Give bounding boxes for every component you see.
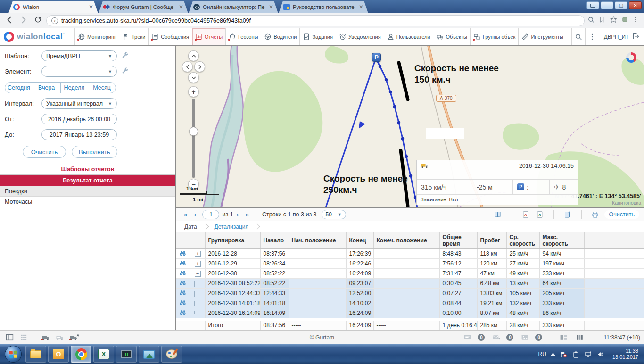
- close-button[interactable]: ✕: [629, 1, 642, 9]
- zoom-slider-track[interactable]: [192, 99, 195, 178]
- show-units-icon[interactable]: [40, 333, 51, 342]
- pan-down-button[interactable]: [188, 72, 199, 83]
- quick-button-month[interactable]: Месяц: [88, 82, 116, 93]
- report-row[interactable]: 2016-12-30 08:52:2208:52:2209:23:070:30:…: [176, 279, 644, 289]
- end-time-link[interactable]: 14:10:02: [346, 298, 373, 308]
- clear-button[interactable]: Очистить: [23, 146, 66, 158]
- max-speed-link[interactable]: 333 км/ч: [539, 269, 584, 279]
- report-clear-button[interactable]: Очистить: [604, 210, 639, 219]
- nav-item-reports[interactable]: Отчеты: [192, 28, 225, 45]
- start-time-link[interactable]: 12:44:33: [260, 289, 289, 298]
- nav-item-monitoring[interactable]: Мониторинг: [74, 28, 119, 45]
- expand-toggle[interactable]: +: [195, 261, 201, 267]
- report-row[interactable]: 2016-12-30 14:01:1814:01:1814:10:020:08:…: [176, 298, 644, 308]
- column-header[interactable]: Ср. скорость: [506, 232, 539, 249]
- site-info-icon[interactable]: i: [51, 17, 58, 24]
- print-report-icon[interactable]: [590, 210, 601, 219]
- layout-toggle-icon[interactable]: [4, 333, 15, 342]
- keyboard-language[interactable]: RU: [538, 351, 546, 357]
- execute-button[interactable]: Выполнить: [72, 146, 117, 158]
- interval-select[interactable]: Указанный интервал ▼: [41, 98, 117, 109]
- tab-close-icon[interactable]: ✕: [178, 4, 184, 10]
- column-header[interactable]: Общее время: [439, 232, 477, 249]
- star-bookmark-icon[interactable]: [610, 16, 618, 25]
- snip-tool-button[interactable]: [586, 1, 599, 9]
- unread-messages-icon[interactable]: [490, 333, 502, 342]
- network-icon[interactable]: [584, 351, 592, 358]
- tab-close-icon[interactable]: ✕: [88, 4, 94, 10]
- template-settings-icon[interactable]: [121, 51, 130, 61]
- report-templates-header[interactable]: Шаблоны отчетов: [0, 164, 175, 175]
- report-template-icon[interactable]: [493, 210, 503, 219]
- quick-button-today[interactable]: Сегодня: [5, 82, 33, 93]
- minimize-button[interactable]: —: [601, 1, 613, 9]
- media-icon[interactable]: [519, 333, 530, 342]
- taskbar-outlook[interactable]: O: [48, 346, 69, 363]
- from-date-input[interactable]: 2016 Декабрь 26 00:00: [41, 114, 117, 124]
- locate-on-map-icon[interactable]: [176, 289, 190, 298]
- report-row[interactable]: 2016-12-30 12:44:3312:44:3312:52:000:07:…: [176, 289, 644, 298]
- tab-close-icon[interactable]: ✕: [268, 4, 274, 10]
- column-header[interactable]: Конец: [346, 232, 373, 249]
- start-time-link[interactable]: 08:52:22: [260, 279, 289, 289]
- end-time-link[interactable]: 16:24:09: [346, 269, 373, 279]
- start-time-link[interactable]: 08:37:56: [260, 249, 289, 259]
- nav-item-unit-groups[interactable]: Группы объек: [470, 28, 519, 45]
- user-menu[interactable]: ДВРП_ИТ: [599, 28, 644, 45]
- volume-icon[interactable]: [596, 351, 604, 358]
- pan-right-button[interactable]: [194, 61, 205, 72]
- copy-report-icon[interactable]: [562, 210, 573, 219]
- max-speed-link[interactable]: 197 км/ч: [539, 259, 584, 269]
- start-time-link[interactable]: 14:01:18: [260, 298, 289, 308]
- page-number-input[interactable]: 1: [202, 210, 219, 219]
- nav-item-geofences[interactable]: Геозоны: [225, 28, 261, 45]
- browser-tab-gurtam-forum[interactable]: Форум Gurtam | Сообще✕: [99, 1, 188, 13]
- max-speed-link[interactable]: 333 км/ч: [539, 298, 584, 308]
- locate-on-map-icon[interactable]: [176, 298, 190, 308]
- nav-item-users[interactable]: Пользователи: [384, 28, 433, 45]
- next-page-button[interactable]: ›: [233, 211, 242, 218]
- end-time-link[interactable]: 12:52:00: [346, 289, 373, 298]
- driver-messages-icon[interactable]: [462, 333, 473, 342]
- zoom-slider-handle[interactable]: [189, 127, 198, 136]
- locate-on-map-icon[interactable]: [176, 308, 190, 318]
- column-header[interactable]: Конеч. положение: [373, 232, 439, 249]
- bookmark-flag-icon[interactable]: [599, 16, 606, 25]
- browser-tab-wialon[interactable]: Wialon✕: [8, 1, 98, 13]
- nav-item-tools[interactable]: Инструменты: [518, 28, 566, 45]
- nav-item-units[interactable]: Объекты: [433, 28, 470, 45]
- locate-on-map-icon[interactable]: [176, 269, 190, 279]
- report-tab-date[interactable]: Дата: [179, 221, 203, 232]
- result-item-engine-hours[interactable]: Моточасы: [0, 197, 175, 207]
- quick-button-week[interactable]: Неделя: [60, 82, 89, 93]
- pan-up-button[interactable]: [188, 50, 199, 61]
- nav-item-messages[interactable]: Сообщения: [148, 28, 192, 45]
- zoom-in-button[interactable]: +: [188, 86, 199, 97]
- locate-on-map-icon[interactable]: [176, 259, 190, 269]
- element-settings-icon[interactable]: [121, 67, 130, 76]
- report-row[interactable]: 2016-12-30 16:14:0916:14:0916:24:090:10:…: [176, 308, 644, 318]
- nav-item-tracks[interactable]: Треки: [119, 28, 148, 45]
- parking-marker[interactable]: P: [372, 53, 381, 62]
- browser-menu-icon[interactable]: [632, 16, 639, 25]
- max-speed-link[interactable]: 64 км/ч: [539, 279, 584, 289]
- nav-search-button[interactable]: [571, 28, 585, 45]
- report-row[interactable]: +2016-12-2808:37:5617:26:398:48:43118 км…: [176, 249, 644, 259]
- report-row[interactable]: +2016-12-2908:26:3416:22:467:56:12120 км…: [176, 259, 644, 269]
- tray-clipboard-icon[interactable]: [572, 351, 580, 358]
- logout-icon[interactable]: [632, 33, 639, 41]
- nav-item-drivers[interactable]: Водители: [261, 28, 299, 45]
- forward-button[interactable]: [18, 15, 29, 26]
- report-tab-detail[interactable]: Детализация: [209, 221, 254, 232]
- extension-icon[interactable]: [621, 16, 628, 25]
- pan-left-button[interactable]: [182, 61, 193, 72]
- action-center-icon[interactable]: [560, 351, 568, 358]
- end-time-link[interactable]: 17:26:39: [346, 249, 373, 259]
- show-unit-names-icon[interactable]: [54, 333, 66, 342]
- column-header[interactable]: Нач. положение: [289, 232, 346, 249]
- export-pdf-icon[interactable]: A: [520, 210, 531, 219]
- taskbar-clock[interactable]: 11:38 13.01.2017: [609, 348, 638, 360]
- column-header[interactable]: Начало: [260, 232, 289, 249]
- quick-button-yesterday[interactable]: Вчера: [33, 82, 61, 93]
- expand-cell[interactable]: +: [190, 249, 205, 259]
